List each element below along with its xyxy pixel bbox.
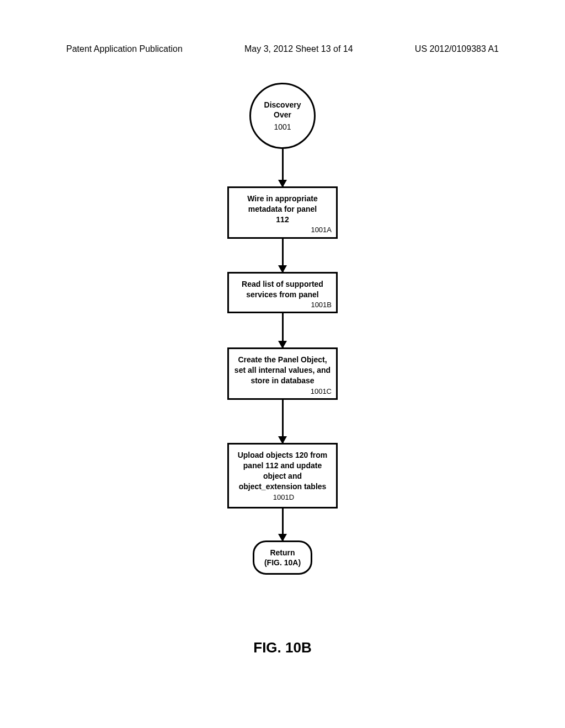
process-step-d: Upload objects 120 from panel 112 and up… [227, 443, 338, 508]
header-center: May 3, 2012 Sheet 13 of 14 [244, 44, 353, 54]
header-right: US 2012/0109383 A1 [415, 44, 499, 54]
step-d-ref: 1001D [273, 493, 294, 502]
end-terminal: Return (FIG. 10A) [253, 540, 312, 575]
process-step-b: Read list of supported services from pan… [227, 272, 338, 314]
step-c-text: Create the Panel Object, set all interna… [234, 355, 331, 385]
step-b-ref: 1001B [311, 300, 332, 310]
figure-label: FIG. 10B [253, 639, 311, 656]
end-line2: (FIG. 10A) [264, 558, 301, 568]
process-step-a: Wire in appropriate metadata for panel 1… [227, 186, 338, 239]
arrow-icon [282, 400, 284, 443]
flowchart: Discovery Over 1001 Wire in appropriate … [200, 83, 365, 575]
start-line1: Discovery [264, 100, 301, 110]
arrow-icon [282, 508, 284, 540]
step-d-text: Upload objects 120 from panel 112 and up… [238, 451, 328, 491]
header-left: Patent Application Publication [66, 44, 183, 54]
step-a-inner-ref: 112 [233, 215, 332, 225]
start-line2: Over [274, 110, 291, 120]
step-b-text: Read list of supported services from pan… [242, 280, 323, 299]
end-line1: Return [264, 548, 301, 558]
start-terminal: Discovery Over 1001 [249, 83, 316, 149]
page-header: Patent Application Publication May 3, 20… [0, 44, 565, 54]
start-ref: 1001 [274, 122, 291, 132]
step-c-ref: 1001C [311, 387, 332, 397]
arrow-icon [282, 239, 284, 272]
arrow-icon [282, 149, 284, 186]
arrow-icon [282, 313, 284, 347]
step-a-text: Wire in appropriate metadata for panel [247, 194, 317, 213]
process-step-c: Create the Panel Object, set all interna… [227, 347, 338, 400]
step-a-ref: 1001A [311, 225, 332, 235]
